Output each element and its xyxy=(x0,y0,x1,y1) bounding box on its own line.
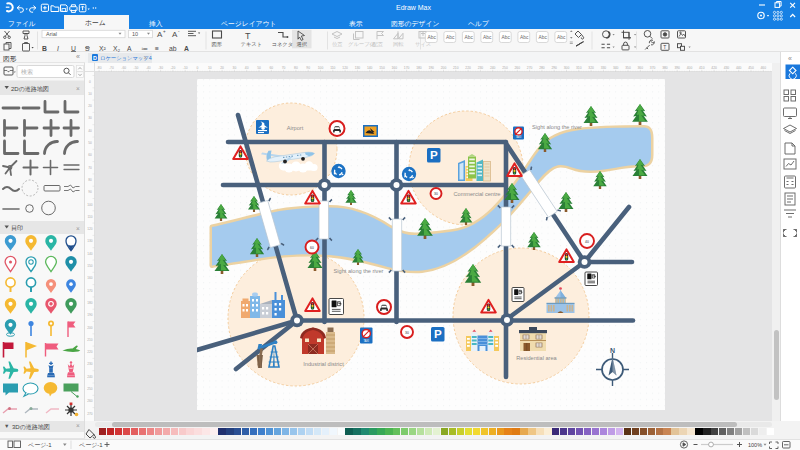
svg-text:170: 170 xyxy=(404,65,410,69)
svg-text:110: 110 xyxy=(87,214,92,218)
svg-text:50: 50 xyxy=(257,65,261,69)
svg-text:120: 120 xyxy=(342,65,348,69)
svg-text:-30: -30 xyxy=(158,65,163,69)
svg-text:130: 130 xyxy=(87,239,93,243)
svg-text:410: 410 xyxy=(699,65,705,69)
svg-text:330: 330 xyxy=(601,65,607,69)
svg-text:20: 20 xyxy=(220,65,224,69)
svg-text:340: 340 xyxy=(613,65,619,69)
svg-text:420: 420 xyxy=(711,65,717,69)
svg-text:250: 250 xyxy=(502,65,508,69)
svg-text:430: 430 xyxy=(724,65,730,69)
svg-text:160: 160 xyxy=(87,276,93,280)
svg-text:80: 80 xyxy=(294,65,298,69)
svg-text:TAXI: TAXI xyxy=(516,135,522,139)
svg-text:Abc: Abc xyxy=(465,34,474,39)
svg-text:30: 30 xyxy=(434,192,438,196)
svg-text:10: 10 xyxy=(132,30,138,36)
svg-text:Abc: Abc xyxy=(428,34,437,39)
svg-text:210: 210 xyxy=(453,65,459,69)
svg-text:190: 190 xyxy=(87,313,93,317)
svg-text:-60: -60 xyxy=(121,65,126,69)
svg-text:0: 0 xyxy=(197,65,199,69)
svg-text:180: 180 xyxy=(416,65,422,69)
svg-text:U: U xyxy=(71,44,76,51)
svg-text:-70: -70 xyxy=(109,65,114,69)
svg-text:100: 100 xyxy=(318,65,324,69)
svg-text:280: 280 xyxy=(539,65,545,69)
svg-text:×: × xyxy=(76,225,80,232)
svg-text:50: 50 xyxy=(88,141,92,145)
svg-text:Industrial district: Industrial district xyxy=(303,361,344,367)
svg-text:A: A xyxy=(184,44,189,51)
svg-text:350: 350 xyxy=(625,65,631,69)
svg-text:440: 440 xyxy=(736,65,742,69)
svg-text:-40: -40 xyxy=(146,65,151,69)
svg-text:130: 130 xyxy=(355,65,361,69)
svg-text:Abc: Abc xyxy=(502,34,511,39)
svg-text:60: 60 xyxy=(310,246,314,250)
svg-text:400: 400 xyxy=(687,65,693,69)
svg-text:100%: 100% xyxy=(748,442,762,448)
svg-text:450: 450 xyxy=(748,65,754,69)
svg-text:位置: 位置 xyxy=(332,41,343,47)
svg-text:60: 60 xyxy=(269,65,273,69)
svg-text:テキスト: テキスト xyxy=(241,41,263,47)
svg-text:460: 460 xyxy=(761,65,767,69)
svg-text:Abc: Abc xyxy=(446,34,455,39)
svg-text:390: 390 xyxy=(674,65,680,69)
svg-text:X₂: X₂ xyxy=(113,44,121,51)
svg-text:40: 40 xyxy=(245,65,249,69)
svg-text:200: 200 xyxy=(441,65,447,69)
svg-text:320: 320 xyxy=(588,65,594,69)
svg-text:220: 220 xyxy=(87,350,93,354)
svg-text:230: 230 xyxy=(87,362,93,366)
svg-text:≡: ≡ xyxy=(155,44,159,51)
svg-text:230: 230 xyxy=(478,65,484,69)
svg-text:260: 260 xyxy=(515,65,521,69)
svg-text:40: 40 xyxy=(585,240,589,244)
svg-text:90: 90 xyxy=(88,190,92,194)
svg-text:検索: 検索 xyxy=(21,68,33,75)
svg-text:TAXI: TAXI xyxy=(363,339,369,343)
svg-text:270: 270 xyxy=(87,411,93,415)
svg-text:P: P xyxy=(434,327,442,340)
svg-text:+: + xyxy=(163,29,166,34)
svg-text:Residential area: Residential area xyxy=(516,355,557,361)
svg-text:≔: ≔ xyxy=(141,44,148,51)
svg-text:30: 30 xyxy=(233,65,237,69)
svg-text:P: P xyxy=(430,148,438,161)
svg-text:図形: 図形 xyxy=(212,41,223,48)
svg-text:配置: 配置 xyxy=(373,41,384,48)
svg-text:目印: 目印 xyxy=(11,225,23,232)
svg-text:40: 40 xyxy=(88,128,92,132)
svg-text:260: 260 xyxy=(87,399,93,403)
svg-text:370: 370 xyxy=(650,65,656,69)
svg-text:160: 160 xyxy=(392,65,398,69)
svg-text:170: 170 xyxy=(87,288,93,292)
svg-text:選択: 選択 xyxy=(297,41,308,47)
svg-text:240: 240 xyxy=(490,65,496,69)
svg-text:20: 20 xyxy=(88,104,92,108)
svg-text:Sight along the river: Sight along the river xyxy=(532,124,582,130)
svg-text:B: B xyxy=(42,44,47,51)
svg-text:290: 290 xyxy=(551,65,557,69)
svg-text:120: 120 xyxy=(87,227,93,231)
svg-text:90: 90 xyxy=(306,65,310,69)
svg-text:180: 180 xyxy=(87,300,93,304)
svg-text:150: 150 xyxy=(87,264,93,268)
svg-text:80: 80 xyxy=(88,177,92,181)
svg-text:220: 220 xyxy=(465,65,471,69)
svg-text:Sight along the river: Sight along the river xyxy=(334,268,384,274)
svg-text:-: - xyxy=(178,29,180,34)
svg-text:140: 140 xyxy=(367,65,373,69)
svg-text:N: N xyxy=(610,347,615,354)
svg-text:Abc: Abc xyxy=(483,34,492,39)
svg-text:Abc: Abc xyxy=(539,34,548,39)
svg-text:ページ-1: ページ-1 xyxy=(79,442,103,448)
svg-text:240: 240 xyxy=(87,374,93,378)
svg-text:150: 150 xyxy=(379,65,385,69)
svg-text:回転: 回転 xyxy=(393,41,404,48)
svg-text:190: 190 xyxy=(428,65,434,69)
svg-text:310: 310 xyxy=(576,65,582,69)
